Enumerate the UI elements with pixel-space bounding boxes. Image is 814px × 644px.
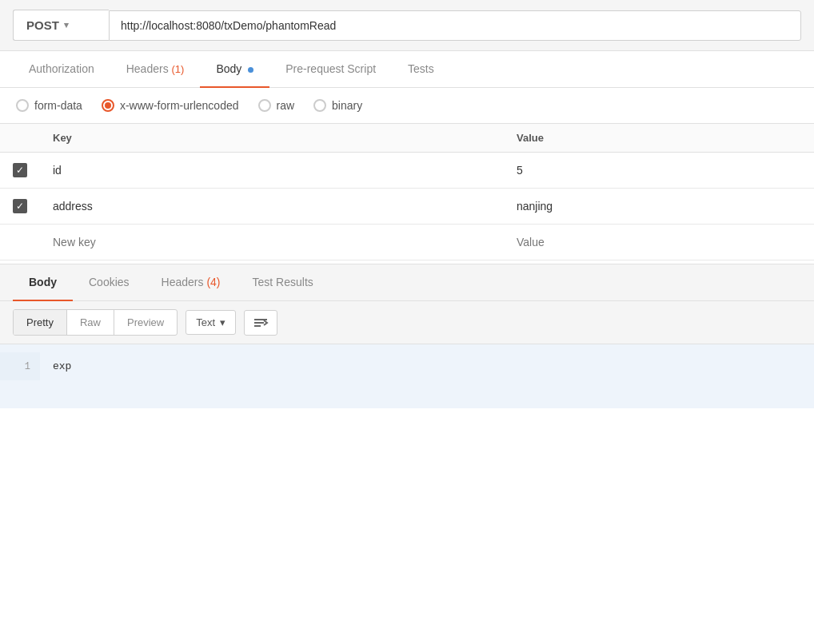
resp-tab-cookies[interactable]: Cookies (73, 264, 146, 301)
radio-form-data-label: form-data (34, 99, 82, 112)
type-selector[interactable]: Text ▾ (186, 310, 236, 335)
new-key-row (0, 225, 814, 260)
url-input[interactable] (109, 10, 801, 41)
method-label: POST (26, 18, 59, 32)
radio-x-www-form-urlencoded[interactable]: x-www-form-urlencoded (102, 99, 239, 112)
radio-binary-circle (313, 99, 326, 112)
tab-tests[interactable]: Tests (392, 51, 450, 88)
tab-pre-request-script[interactable]: Pre-request Script (269, 51, 392, 88)
radio-raw[interactable]: raw (258, 99, 295, 112)
type-selector-chevron-icon: ▾ (220, 316, 225, 328)
row1-value-cell[interactable] (504, 153, 814, 189)
resp-tab-body[interactable]: Body (13, 264, 73, 301)
new-row-checkbox-cell (0, 225, 40, 260)
row1-checkmark-icon: ✓ (16, 165, 24, 175)
line-number-1: 1 (0, 352, 40, 380)
line-content-1: exp (40, 352, 84, 380)
tab-authorization-label: Authorization (29, 62, 94, 75)
radio-raw-label: raw (277, 99, 295, 112)
wrap-icon (253, 316, 269, 329)
row2-checkmark-icon: ✓ (16, 201, 24, 211)
format-tab-pretty-label: Pretty (26, 316, 54, 328)
response-line-1: 1 exp (0, 344, 814, 388)
table-row: ✓ (0, 189, 814, 225)
new-key-input[interactable] (40, 225, 504, 260)
response-body: 1 exp (0, 344, 814, 408)
method-selector[interactable]: POST ▾ (13, 10, 109, 41)
row2-checkbox-cell[interactable]: ✓ (0, 189, 40, 225)
resp-tab-test-results-label: Test Results (253, 276, 313, 288)
row1-value-input[interactable] (504, 153, 814, 188)
url-bar: POST ▾ (0, 0, 814, 51)
format-tab-raw-label: Raw (80, 316, 101, 328)
row2-checkbox[interactable]: ✓ (13, 199, 27, 213)
row2-key-cell[interactable] (40, 189, 504, 225)
row1-checkbox[interactable]: ✓ (13, 163, 27, 177)
tab-headers[interactable]: Headers (1) (110, 51, 201, 88)
resp-tab-cookies-label: Cookies (89, 276, 130, 288)
table-row: ✓ (0, 153, 814, 189)
request-tabs: Authorization Headers (1) Body Pre-reque… (0, 51, 814, 88)
radio-form-data-circle (16, 99, 29, 112)
body-dot-indicator (248, 67, 253, 73)
response-tabs-bar: Body Cookies Headers (4) Test Results (0, 264, 814, 301)
row1-checkbox-cell[interactable]: ✓ (0, 153, 40, 189)
resp-tab-test-results[interactable]: Test Results (237, 264, 329, 301)
resp-tab-headers-label: Headers (162, 276, 204, 288)
wrap-button[interactable] (244, 310, 277, 336)
resp-tab-headers[interactable]: Headers (4) (146, 264, 237, 301)
col-value-header: Value (504, 124, 814, 153)
resp-headers-badge: (4) (206, 276, 220, 288)
row2-value-input[interactable] (504, 189, 814, 224)
params-table: Key Value ✓ (0, 124, 814, 260)
new-value-input[interactable] (504, 225, 814, 260)
tab-pre-request-label: Pre-request Script (285, 62, 376, 75)
app-container: POST ▾ Authorization Headers (1) Body Pr… (0, 0, 814, 644)
tab-authorization[interactable]: Authorization (13, 51, 110, 88)
method-chevron-icon: ▾ (64, 20, 69, 30)
headers-badge: (1) (172, 63, 185, 75)
resp-tab-body-label: Body (29, 276, 57, 288)
tab-tests-label: Tests (408, 62, 434, 75)
radio-urlencoded-circle (102, 99, 114, 112)
body-type-row: form-data x-www-form-urlencoded raw bina… (0, 88, 814, 124)
format-tab-pretty[interactable]: Pretty (14, 310, 67, 335)
radio-urlencoded-label: x-www-form-urlencoded (120, 99, 239, 112)
radio-raw-circle (258, 99, 271, 112)
response-toolbar: Pretty Raw Preview Text ▾ (0, 301, 814, 344)
tab-body-label: Body (216, 62, 241, 75)
radio-binary-label: binary (332, 99, 362, 112)
tab-body[interactable]: Body (200, 51, 269, 88)
row2-value-cell[interactable] (504, 189, 814, 225)
format-tab-preview-label: Preview (127, 316, 164, 328)
new-key-cell[interactable] (40, 225, 504, 260)
row1-key-cell[interactable] (40, 153, 504, 189)
radio-binary[interactable]: binary (313, 99, 362, 112)
col-checkbox-header (0, 124, 40, 153)
radio-form-data[interactable]: form-data (16, 99, 82, 112)
format-tabs: Pretty Raw Preview (13, 309, 178, 336)
col-key-header: Key (40, 124, 504, 153)
format-tab-raw[interactable]: Raw (67, 310, 114, 335)
row1-key-input[interactable] (40, 153, 504, 188)
row2-key-input[interactable] (40, 189, 504, 224)
new-value-cell[interactable] (504, 225, 814, 260)
tab-headers-label: Headers (126, 62, 169, 75)
type-selector-label: Text (196, 316, 215, 328)
format-tab-preview[interactable]: Preview (114, 310, 177, 335)
